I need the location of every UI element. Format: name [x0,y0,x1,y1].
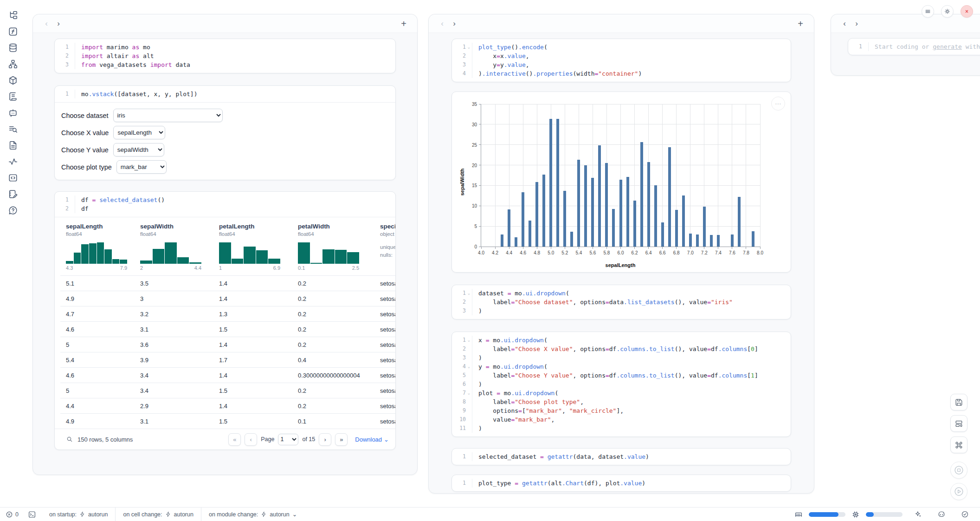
y-select[interactable]: sepalWidth [113,143,164,156]
column-move-left-button[interactable]: ‹ [838,18,851,30]
code-editor[interactable]: 1df = selected_dataset()2df [55,192,395,217]
empty-code-cell[interactable]: 1Start coding or generate with AI [848,38,980,55]
table-row[interactable]: 4.63.41.40.30000000000000004setosa [60,367,395,383]
table-row[interactable]: 4.63.11.50.2setosa [60,321,395,337]
table-row[interactable]: 53.41.50.2setosa [60,383,395,398]
x-select[interactable]: sepalLength [113,126,165,139]
column-header[interactable]: petalWidthfloat640.12.5 [292,217,374,275]
column-histogram [298,242,359,264]
last-page-button[interactable]: » [335,433,348,446]
help-icon[interactable] [8,205,18,215]
chart-bar [612,209,615,247]
file-tree-icon[interactable] [8,10,18,20]
ai-chat-icon[interactable] [8,108,18,118]
terminal-button[interactable] [22,510,42,519]
column-move-left-button[interactable]: ‹ [40,18,52,30]
column-move-right-button[interactable]: › [851,18,863,30]
app-controls [922,5,973,18]
chart-bar [752,231,754,247]
table-row[interactable]: 5.43.91.70.4setosa [60,352,395,367]
snippets-icon[interactable] [8,173,18,183]
scratchpad-icon[interactable] [8,91,18,102]
code-cell-plot-type[interactable]: 1plot_type = getattr(alt.Chart(df), plot… [451,475,791,492]
code-cell-selected-dataset[interactable]: 1selected_dataset = getattr(data, datase… [451,448,791,465]
search-icon[interactable] [66,436,73,443]
on-startup-label: on startup: [49,511,77,518]
dataset-select[interactable]: iris [113,109,223,122]
ai-assist-button[interactable] [909,510,926,518]
first-page-button[interactable]: « [228,433,241,446]
column-header[interactable]: sepalLengthfloat644.37.9 [60,217,135,275]
table-row[interactable]: 4.73.21.30.2setosa [60,306,395,321]
chevron-right-icon: › [855,19,858,28]
chart-bar [738,197,741,247]
add-cell-button[interactable]: + [398,18,410,30]
menu-button[interactable] [922,5,934,18]
stop-execution-button[interactable] [950,462,967,479]
save-button[interactable] [950,394,967,410]
first-page-icon: « [233,436,236,443]
cpu-icon [851,510,860,519]
plot-type-select[interactable]: mark_bar [116,160,167,174]
prev-page-button[interactable]: ‹ [245,433,257,446]
table-row[interactable]: 53.61.40.2setosa [60,337,395,352]
column-header[interactable]: sepalWidthfloat6424.4 [135,217,213,275]
copilot-button[interactable] [932,510,949,519]
column-move-left-button[interactable]: ‹ [436,18,448,30]
chart-menu-button[interactable]: ⋯ [771,97,785,111]
add-cell-button[interactable]: + [794,18,806,30]
chart-bar [508,209,510,247]
column-move-right-button[interactable]: › [448,18,460,30]
table-footer: 150 rows, 5 columns « ‹ Page 1 of 15 › »… [55,429,395,449]
next-page-button[interactable]: › [319,433,331,446]
database-icon[interactable] [8,43,18,53]
download-button[interactable]: Download⌄ [355,436,389,443]
code-cell-plot-encode[interactable]: 1⌄plot_type().encode(2 x=x.value,3 y=y.v… [451,39,791,82]
copilot-icon [937,510,946,519]
command-icon [954,441,963,449]
page-total: of 15 [302,436,315,443]
chart-bar [668,147,671,247]
code-cell-xy-dropdowns[interactable]: 1⌄x = mo.ui.dropdown(2 label="Choose X v… [451,332,791,437]
column-move-right-button[interactable]: › [52,18,64,30]
errors-indicator[interactable]: 0 [0,511,22,518]
tracing-icon[interactable] [8,156,18,167]
documentation-icon[interactable] [8,140,18,150]
dataset-label: Choose dataset [61,112,109,119]
page-select[interactable]: 1 [278,434,298,445]
run-all-button[interactable] [950,483,967,500]
keyboard-shortcuts-button[interactable] [950,436,967,453]
logs-icon[interactable] [8,124,18,134]
on-cell-change-setting[interactable]: on cell change: autorun [115,508,201,521]
on-module-change-setting[interactable]: on module change: autorun ⌄ [201,508,304,521]
close-icon [963,8,970,15]
plot-type-label: Choose plot type [61,163,112,171]
chart-plot-area[interactable]: 4.04.24.44.64.85.05.25.45.65.86.06.26.46… [481,104,760,247]
notebook-pen-icon[interactable] [8,189,18,199]
packages-icon[interactable] [8,75,18,85]
connection-status-button[interactable] [955,510,973,518]
chevron-left-icon: ‹ [45,19,48,28]
shutdown-button[interactable] [961,5,973,18]
column-header[interactable]: petalLengthfloat6416.9 [213,217,292,275]
chart-x-axis-title: sepalLength [481,262,760,268]
table-row[interactable]: 5.13.51.40.2setosa [60,275,395,291]
column-header[interactable]: speciesobjectunique:nulls: [374,217,395,275]
code-cell-imports[interactable]: 1import marimo as mo2import altair as al… [54,39,396,73]
layout-toggle-button[interactable] [950,415,967,432]
on-startup-setting[interactable]: on startup: autorun [42,508,115,521]
settings-button[interactable] [941,5,954,18]
chart-bar [556,119,559,247]
chart-bar [549,119,552,247]
on-cell-change-value: autorun [174,511,193,518]
dataset-control-row: Choose dataset iris [61,109,395,122]
table-row[interactable]: 4.42.91.40.2setosa [60,398,395,413]
dependency-graph-icon[interactable] [8,59,18,69]
vstack-output: Choose dataset iris Choose X value sepal… [55,103,395,180]
code-editor[interactable]: 1mo.vstack([dataset, x, y, plot]) [55,86,395,102]
chart-bar [535,182,538,247]
function-icon[interactable] [8,26,18,37]
table-row[interactable]: 4.931.40.2setosa [60,291,395,306]
table-row[interactable]: 4.93.11.50.1setosa [60,413,395,429]
code-cell-dataset-dropdown[interactable]: 1⌄dataset = mo.ui.dropdown(2 label="Choo… [451,285,791,319]
